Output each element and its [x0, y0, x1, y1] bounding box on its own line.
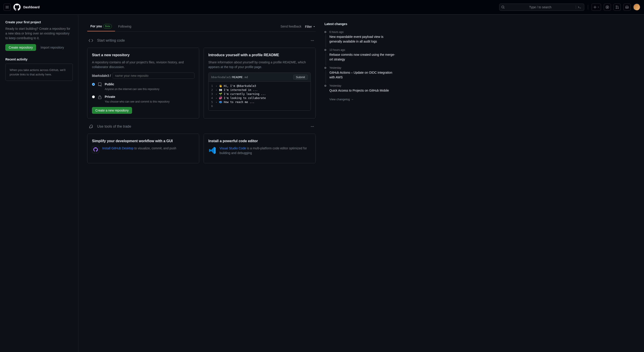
change-link[interactable]: Rebase commits now created using the mer… [330, 53, 395, 61]
svg-point-6 [311, 40, 312, 41]
section-tools-title: Use tools of the trade [97, 124, 306, 129]
readme-code: - 👋 Hi, I'm @bbarksdale3 - 👀 I'm interes… [216, 84, 308, 108]
lock-icon [98, 95, 102, 101]
left-sidebar: Create your first project Ready to start… [0, 15, 78, 352]
readme-body: Share information about yourself by crea… [208, 60, 311, 69]
new-repo-body: A repository contains all of your projec… [92, 60, 194, 69]
svg-point-11 [312, 126, 313, 127]
filter-button[interactable]: Filter [305, 25, 316, 29]
right-sidebar: Latest changes 6 hours ago New expandabl… [324, 15, 400, 352]
svg-point-4 [616, 8, 617, 9]
visibility-private-row[interactable]: Private You choose who can see and commi… [92, 95, 194, 104]
vscode-card-body: Visual Studio Code is a multi-platform c… [220, 146, 311, 155]
code-line: - 📫 How to reach me ... [216, 100, 308, 104]
new-repo-title: Start a new repository [92, 52, 194, 58]
nav-menu-button[interactable] [4, 4, 11, 11]
svg-point-8 [313, 40, 314, 41]
change-time: Yesterday [330, 66, 395, 70]
visibility-public-radio[interactable] [92, 83, 95, 86]
readme-path: bbarksdale3/README.md [211, 75, 292, 80]
create-new-button[interactable] [592, 4, 601, 11]
import-repository-link[interactable]: Import repository [40, 46, 64, 49]
timeline-dot-icon [324, 31, 326, 33]
change-time: 6 hours ago [330, 30, 395, 34]
command-palette-icon [576, 5, 582, 9]
send-feedback-link[interactable]: Send feedback [280, 24, 301, 29]
section-writing-code: Start writing code [87, 37, 316, 44]
pull-requests-button[interactable] [614, 4, 621, 11]
code-line [216, 104, 308, 108]
readme-submit-button[interactable]: Submit [293, 75, 308, 80]
svg-point-0 [502, 6, 504, 8]
beta-badge: Beta [103, 24, 112, 29]
git-pull-request-icon [615, 5, 619, 9]
vscode-card-title: Install a powerful code editor [208, 138, 311, 144]
create-repository-button[interactable]: Create repository [5, 44, 36, 51]
section-menu-button[interactable] [309, 123, 316, 130]
kebab-icon [310, 125, 314, 128]
visibility-private-radio[interactable] [92, 95, 95, 98]
svg-rect-9 [98, 97, 101, 99]
tab-for-you-label: For you [90, 24, 102, 29]
svg-point-7 [312, 40, 313, 41]
timeline-dot-icon [324, 85, 326, 87]
triangle-down-icon [313, 25, 316, 28]
notifications-button[interactable] [624, 4, 630, 11]
tools-icon [87, 123, 94, 130]
github-mark-icon [14, 4, 20, 11]
recent-activity-section: Recent activity When you take actions ac… [5, 57, 73, 81]
tab-for-you[interactable]: For you Beta [87, 22, 115, 31]
github-desktop-icon [92, 146, 99, 153]
change-link[interactable]: New expandable event payload view is gen… [330, 35, 383, 43]
repo-owner-label: bbarksdale3 / [92, 74, 111, 78]
create-new-repo-button[interactable]: Create a new repository [92, 107, 132, 114]
readme-path-ext: .md [243, 76, 248, 79]
vscode-link[interactable]: Visual Studio Code [220, 146, 246, 150]
private-desc: You choose who can see and commit to thi… [105, 100, 170, 103]
public-desc: Anyone on the internet can see this repo… [105, 88, 159, 91]
global-header: Dashboard Type / to search [0, 0, 644, 15]
code-icon [87, 37, 94, 44]
change-time: 13 hours ago [330, 48, 395, 52]
code-line: - 👋 Hi, I'm @bbarksdale3 [216, 84, 308, 88]
svg-point-12 [313, 126, 314, 127]
code-line: - 🌱 I'm currently learning ... [216, 92, 308, 96]
search-button[interactable]: Type / to search [499, 4, 584, 11]
main-feed: For you Beta Following Send feedback Fil… [78, 15, 324, 352]
triangle-down-icon [597, 6, 600, 8]
github-logo[interactable] [14, 4, 20, 11]
section-writing-code-title: Start writing code [97, 38, 306, 43]
kebab-icon [310, 39, 314, 42]
visibility-public-row[interactable]: Public Anyone on the internet can see th… [92, 82, 194, 91]
search-icon [501, 5, 505, 9]
desktop-card-title: Simplify your development workflow with … [92, 138, 194, 144]
vscode-card: Install a powerful code editor Visual St… [204, 134, 316, 163]
first-project-body: Ready to start building? Create a reposi… [5, 27, 73, 41]
readme-title: Introduce yourself with a profile README [208, 52, 311, 58]
issues-button[interactable] [604, 4, 611, 11]
user-avatar[interactable] [633, 4, 640, 11]
change-time: Yesterday [330, 84, 395, 88]
change-link[interactable]: Quick Access to Projects on GitHub Mobil… [330, 89, 389, 92]
code-line: - 💞️ I'm looking to collaborate [216, 96, 308, 100]
install-desktop-link[interactable]: Install GitHub Desktop [102, 146, 133, 150]
github-desktop-card: Simplify your development workflow with … [87, 134, 199, 163]
recent-activity-title: Recent activity [5, 57, 73, 62]
change-link[interactable]: GitHub Actions – Update on OIDC integrat… [330, 71, 392, 79]
search-placeholder: Type / to search [506, 5, 574, 9]
public-label: Public [105, 82, 159, 87]
tab-following[interactable]: Following [115, 22, 134, 31]
section-menu-button[interactable] [309, 37, 316, 44]
filter-label: Filter [305, 25, 312, 29]
desktop-card-body: Install GitHub Desktop to visualize, com… [102, 146, 176, 151]
plus-icon [593, 5, 597, 9]
profile-readme-card: Introduce yourself with a profile README… [204, 48, 316, 118]
feed-tabs: For you Beta Following Send feedback Fil… [87, 22, 316, 32]
line-numbers: 123456 [211, 84, 213, 108]
dashboard-link[interactable]: Dashboard [23, 5, 40, 10]
view-changelog-link[interactable]: View changelog → [330, 98, 354, 101]
first-project-section: Create your first project Ready to start… [5, 20, 73, 51]
new-repo-card: Start a new repository A repository cont… [87, 48, 199, 118]
repo-name-input[interactable] [112, 73, 194, 79]
repo-icon [98, 82, 102, 88]
